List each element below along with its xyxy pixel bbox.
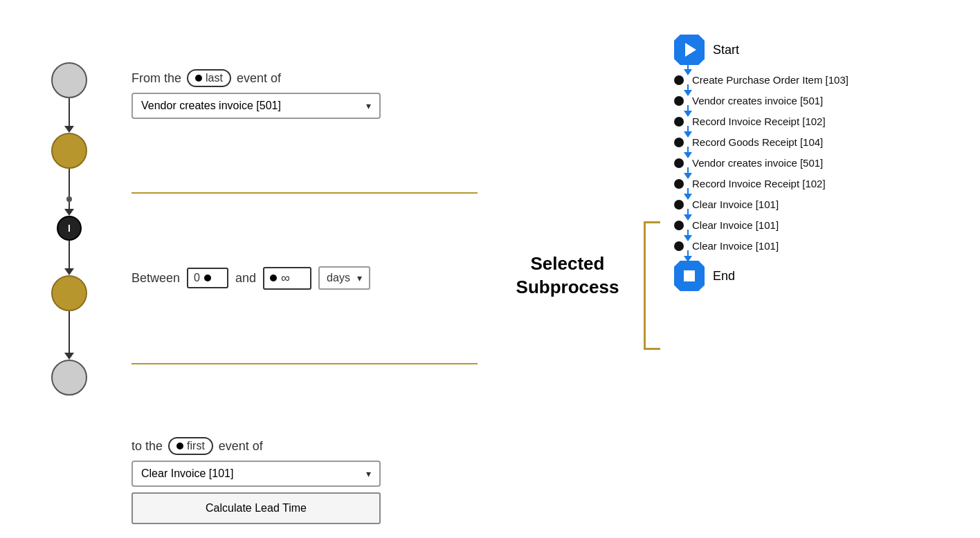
first-label: first — [187, 440, 205, 452]
black-circle — [57, 216, 82, 241]
top-circle — [51, 62, 87, 98]
end-label: End — [713, 269, 735, 284]
separator-1 — [131, 192, 478, 194]
flow-node-3: Record Invoice Receipt [102] — [674, 115, 826, 127]
dot-2 — [674, 96, 684, 106]
to-label-row: to the first event of — [131, 437, 484, 455]
last-dot — [195, 75, 202, 82]
flow-text-8: Clear Invoice [101] — [692, 219, 779, 231]
flow-text-9: Clear Invoice [101] — [692, 240, 779, 252]
end-icon — [674, 261, 705, 291]
from-label-row: From the last event of — [131, 69, 484, 87]
process-flow: Start Create Purchase Order Item [103] — [660, 28, 849, 291]
min-dot — [204, 275, 211, 281]
connector-4 — [69, 311, 70, 353]
small-dot-1 — [66, 196, 72, 202]
flow-node-4: Record Goods Receipt [104] — [674, 136, 823, 148]
between-label: Between — [131, 271, 180, 286]
infinity-value: ∞ — [281, 271, 290, 286]
connector-3 — [69, 241, 70, 268]
start-triangle — [685, 43, 696, 57]
first-badge[interactable]: first — [168, 437, 213, 455]
dot-3 — [674, 117, 684, 127]
first-dot — [176, 443, 183, 449]
dropdown-arrow-2: ▾ — [366, 468, 371, 479]
max-value-input[interactable]: ∞ — [263, 267, 311, 290]
dot-4 — [674, 138, 684, 147]
last-label: last — [206, 72, 223, 84]
subprocess-label-1: Selected — [516, 252, 619, 276]
between-row: Between 0 and ∞ days ▾ — [131, 266, 484, 290]
end-square — [684, 270, 695, 281]
start-node: Start — [674, 35, 739, 65]
start-label: Start — [713, 43, 739, 57]
min-value-input[interactable]: 0 — [187, 268, 228, 288]
to-text: to the — [131, 439, 163, 454]
event-of-1: event of — [237, 71, 281, 86]
max-dot — [270, 275, 277, 281]
gold-circle-1 — [51, 133, 87, 169]
connector-1 — [69, 98, 70, 126]
flow-diagram — [35, 55, 104, 524]
bracket-top — [644, 221, 660, 223]
subprocess-bracket — [644, 28, 660, 350]
connector-2 — [69, 169, 70, 196]
event-dropdown-2-value: Clear Invoice [101] — [141, 467, 233, 480]
days-dropdown[interactable]: days ▾ — [318, 266, 370, 290]
flow-node-6: Record Invoice Receipt [102] — [674, 178, 826, 189]
flow-text-2: Vendor creates invoice [501] — [692, 95, 823, 106]
event-dropdown-1-value: Vendor creates invoice [501] — [141, 100, 281, 112]
from-group: From the last event of Vendor creates in… — [131, 69, 484, 119]
flow-text-3: Record Invoice Receipt [102] — [692, 115, 826, 127]
end-node: End — [674, 261, 735, 291]
days-arrow: ▾ — [357, 272, 362, 284]
bracket-bottom — [644, 348, 660, 350]
dot-7 — [674, 200, 684, 210]
arrow-4 — [64, 353, 74, 360]
event-dropdown-2[interactable]: Clear Invoice [101] ▾ — [131, 461, 381, 487]
subprocess-label-2: Subprocess — [516, 276, 619, 299]
flow-text-7: Clear Invoice [101] — [692, 198, 779, 210]
dot-8 — [674, 221, 684, 230]
bottom-circle — [51, 360, 87, 396]
days-label: days — [327, 272, 350, 284]
flow-text-5: Vendor creates invoice [501] — [692, 157, 823, 169]
bracket-vert — [644, 223, 646, 348]
dot-6 — [674, 179, 684, 189]
calculate-btn[interactable]: Calculate Lead Time — [131, 492, 381, 524]
dot-1 — [674, 75, 684, 85]
arrow-1 — [64, 126, 74, 133]
subprocess-label: Selected Subprocess — [498, 28, 637, 524]
to-group: to the first event of Clear Invoice [101… — [131, 437, 484, 524]
dot-5 — [674, 158, 684, 168]
min-value: 0 — [194, 272, 200, 284]
arrow-3 — [64, 268, 74, 275]
start-icon — [674, 35, 705, 65]
arrow-2 — [64, 209, 74, 216]
and-label: and — [235, 271, 256, 286]
flow-node-1: Create Purchase Order Item [103] — [674, 74, 849, 86]
connector-2b — [69, 202, 70, 209]
flow-text-4: Record Goods Receipt [104] — [692, 136, 823, 148]
gold-circle-2 — [51, 275, 87, 311]
last-badge[interactable]: last — [187, 69, 231, 87]
from-text: From the — [131, 71, 181, 86]
flow-text-6: Record Invoice Receipt [102] — [692, 178, 826, 189]
dot-9 — [674, 241, 684, 251]
event-of-2: event of — [219, 439, 263, 454]
flow-node-2: Vendor creates invoice [501] — [674, 95, 823, 106]
event-dropdown-1[interactable]: Vendor creates invoice [501] ▾ — [131, 93, 381, 119]
dropdown-arrow-1: ▾ — [366, 100, 371, 111]
flow-text-1: Create Purchase Order Item [103] — [692, 74, 849, 86]
right-panel: Selected Subprocess — [484, 14, 966, 524]
separator-2 — [131, 363, 478, 364]
flow-node-5: Vendor creates invoice [501] — [674, 157, 823, 169]
controls-panel: From the last event of Vendor creates in… — [104, 55, 484, 524]
